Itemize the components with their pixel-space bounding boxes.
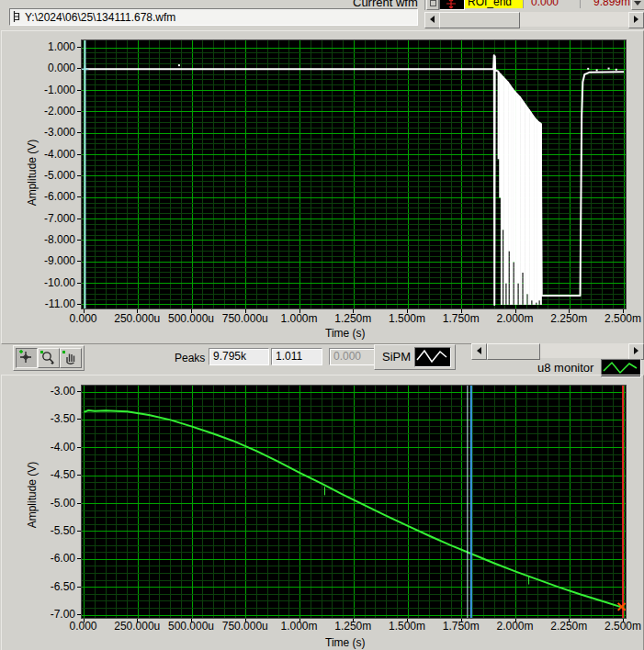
top-waveform-graph[interactable]: Amplitude (V) Time (s) 0.000250.000u500.… bbox=[1, 30, 644, 344]
value2-field[interactable]: 1.011 bbox=[271, 348, 322, 365]
y-tick-label: 1.000 bbox=[33, 40, 75, 53]
y-tick-label: -4.00 bbox=[33, 441, 75, 454]
top-plot-area[interactable] bbox=[81, 39, 627, 309]
cursor-x-cell[interactable]: 0.000 bbox=[523, 0, 586, 8]
cursor-lock-button[interactable] bbox=[426, 0, 439, 10]
x-tick-label: 2.000m bbox=[486, 312, 545, 325]
bottom-plot-area[interactable] bbox=[81, 385, 627, 619]
x-tick-label: 500.000u bbox=[162, 312, 220, 325]
bottom-x-axis-title: Time (s) bbox=[325, 636, 366, 649]
y-tick-label: -4.000 bbox=[33, 148, 75, 161]
cursor-tool-button[interactable] bbox=[16, 348, 38, 368]
scrollbar-right-arrow[interactable] bbox=[628, 343, 644, 360]
x-tick-label: 1.750m bbox=[432, 312, 491, 325]
y-tick-label: -2.000 bbox=[33, 105, 75, 118]
y-tick-label: -10.00 bbox=[33, 276, 75, 289]
bottom-graph-scrollbar[interactable] bbox=[471, 343, 644, 358]
x-tick-label: 750.000u bbox=[216, 312, 275, 325]
crosshair-icon bbox=[17, 349, 35, 365]
graph-palette bbox=[13, 345, 85, 371]
y-tick-label: -3.50 bbox=[33, 412, 75, 425]
y-tick-label: -6.50 bbox=[33, 580, 75, 593]
y-tick-label: -4.50 bbox=[33, 468, 75, 481]
scrollbar-right-arrow[interactable] bbox=[628, 12, 644, 28]
path-type-icon bbox=[12, 10, 22, 27]
cursor-scroll-button[interactable] bbox=[631, 0, 644, 10]
y-tick-label: 0.000 bbox=[33, 62, 75, 74]
path-text: Y:\2024\06\25\134111.678.wfm bbox=[25, 11, 175, 24]
pan-tool-button[interactable] bbox=[60, 348, 82, 368]
x-tick-label: 0.000 bbox=[54, 312, 113, 325]
x-tick-label: 2.250m bbox=[539, 312, 598, 325]
labview-front-panel: { "header": { "current_wfm_label": "Curr… bbox=[0, 0, 644, 650]
scrollbar-left-arrow[interactable] bbox=[424, 12, 440, 28]
y-tick-label: -1.000 bbox=[33, 84, 75, 96]
sipm-plot-legend[interactable]: SiPM bbox=[374, 344, 456, 370]
scrollbar-thumb[interactable] bbox=[439, 12, 520, 28]
current-wfm-path-field[interactable]: Y:\2024\06\25\134111.678.wfm bbox=[9, 8, 418, 26]
cursor-legend-scrollbar[interactable] bbox=[424, 12, 644, 27]
hand-icon bbox=[61, 349, 79, 365]
y-tick-label: -6.00 bbox=[33, 552, 75, 565]
bottom-monitor-graph[interactable]: Amplitude (V) Time (s) 0.000250.000u500.… bbox=[1, 375, 644, 650]
y-tick-label: -7.00 bbox=[33, 608, 75, 621]
peaks-value-field[interactable]: 9.795k bbox=[209, 348, 269, 365]
cursor-y-cell[interactable]: 9.899m bbox=[580, 0, 630, 8]
x-tick-label: 2.500m bbox=[593, 620, 644, 633]
y-tick-label: -6.000 bbox=[33, 190, 75, 203]
u8-monitor-label: u8 monitor bbox=[537, 361, 593, 375]
sipm-waveform-icon[interactable] bbox=[414, 347, 451, 367]
y-tick-label: -5.50 bbox=[33, 524, 75, 537]
cursor-legend: ROI_end 0.000 9.899m bbox=[424, 0, 644, 10]
grid-lines bbox=[82, 40, 626, 308]
cursor-name-cell[interactable]: ROI_end bbox=[465, 0, 523, 8]
sipm-legend-label: SiPM bbox=[382, 350, 411, 364]
y-tick-label: -7.000 bbox=[33, 212, 75, 225]
y-tick-label: -9.000 bbox=[33, 254, 75, 267]
magnifier-icon bbox=[39, 349, 57, 365]
x-tick-label: 250.000u bbox=[107, 312, 166, 325]
x-tick-label: 1.000m bbox=[270, 312, 329, 325]
zoom-tool-button[interactable] bbox=[38, 348, 60, 368]
y-tick-label: -8.000 bbox=[33, 233, 75, 246]
top-x-axis-title: Time (s) bbox=[325, 327, 366, 340]
y-tick-label: -5.00 bbox=[33, 497, 75, 510]
grid-lines bbox=[82, 386, 626, 618]
scrollbar-left-arrow[interactable] bbox=[471, 343, 487, 360]
cursor-style-icon[interactable] bbox=[439, 0, 465, 10]
x-tick-label: 1.500m bbox=[378, 312, 436, 325]
y-tick-label: -3.00 bbox=[33, 385, 75, 398]
x-tick-label: 2.500m bbox=[593, 312, 644, 325]
x-tick-label: 1.250m bbox=[323, 312, 382, 325]
y-tick-label: -5.000 bbox=[33, 169, 75, 182]
peaks-label: Peaks bbox=[175, 352, 205, 364]
y-tick-label: -3.000 bbox=[33, 126, 75, 139]
scrollbar-thumb[interactable] bbox=[487, 343, 540, 360]
y-tick-label: -11.00 bbox=[33, 297, 75, 310]
